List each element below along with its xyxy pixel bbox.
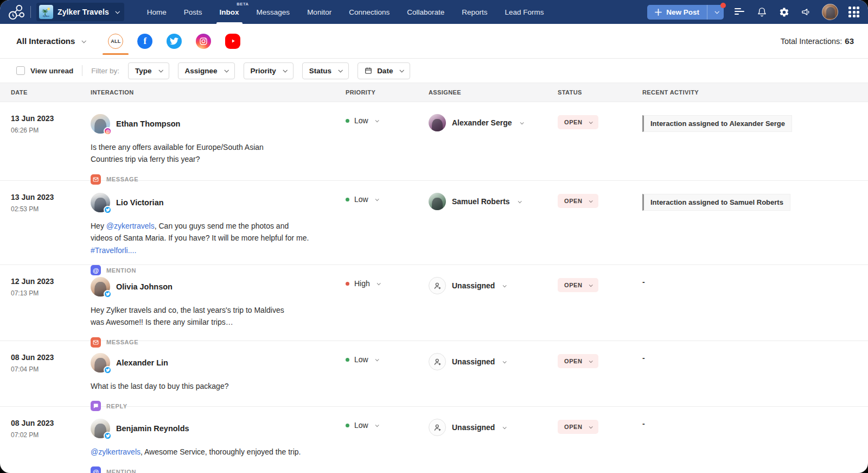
mention-link[interactable]: @zykertravels: [106, 222, 155, 230]
status-value: OPEN: [564, 198, 583, 204]
table-row[interactable]: 13 Jun 2023 02:53 PM Lio Victorian Hey @…: [0, 181, 868, 265]
nav-item-collaborate[interactable]: Collaborate: [398, 0, 453, 24]
priority-dropdown[interactable]: Low: [346, 355, 429, 364]
priority-dot-icon: [346, 198, 349, 201]
interactions-view-selector[interactable]: All Interactions: [16, 36, 85, 46]
status-value: OPEN: [564, 424, 583, 430]
chevron-down-icon: [589, 425, 592, 428]
interaction-date: 08 Jun 2023 07:04 PM: [11, 353, 91, 411]
youtube-icon[interactable]: [225, 34, 240, 49]
navbar-right: New Post: [647, 4, 860, 20]
assignee-name: Unassigned: [452, 423, 495, 432]
nav-item-connections[interactable]: Connections: [340, 0, 398, 24]
status-dropdown[interactable]: OPEN: [558, 278, 598, 292]
priority-filter-dropdown[interactable]: Priority: [244, 62, 293, 79]
chevron-down-icon: [375, 197, 379, 201]
nav-item-inbox[interactable]: Inbox BETA: [211, 0, 248, 24]
chevron-down-icon: [115, 9, 119, 14]
content-feed-icon[interactable]: [733, 5, 746, 18]
settings-gear-icon[interactable]: [777, 5, 790, 18]
assignee-filter-dropdown[interactable]: Assignee: [178, 62, 235, 79]
chevron-down-icon: [503, 425, 507, 429]
nav-item-messages[interactable]: Messages: [248, 0, 299, 24]
status-filter-label: Status: [309, 67, 331, 75]
table-row[interactable]: 08 Jun 2023 07:02 PM Benjamin Reynolds @…: [0, 407, 868, 473]
facebook-icon[interactable]: f: [137, 34, 152, 49]
interaction-cell: Olivia Johnson Hey Zylker travels and co…: [91, 277, 346, 348]
message-text: Hey Zylker travels and co, the last year…: [91, 306, 284, 326]
mention-link[interactable]: @zylkertravels: [91, 447, 141, 456]
total-interactions: Total Interactions:63: [781, 36, 854, 46]
twitter-badge-icon: [104, 206, 112, 214]
date-filter-label: Date: [377, 67, 393, 75]
unassigned-person-add-icon: [429, 419, 446, 436]
nav-item-lead-forms[interactable]: Lead Forms: [496, 0, 553, 24]
assignee-dropdown[interactable]: Unassigned: [429, 277, 558, 294]
brand-logo-icon: Zylker: [39, 5, 53, 19]
priority-dropdown[interactable]: Low: [346, 195, 429, 204]
interaction-type: MESSAGE: [91, 174, 346, 185]
nav-item-reports[interactable]: Reports: [453, 0, 496, 24]
column-header-interaction: INTERACTION: [91, 89, 346, 96]
author-name: Alexander Lin: [116, 358, 168, 367]
table-row[interactable]: 12 Jun 2023 07:13 PM Olivia Johnson Hey …: [0, 265, 868, 341]
table-row[interactable]: 08 Jun 2023 07:04 PM Alexander Lin What …: [0, 341, 868, 407]
interaction-cell: Lio Victorian Hey @zykertravels, Can you…: [91, 193, 346, 275]
view-unread-checkbox[interactable]: [16, 66, 25, 75]
status-dropdown[interactable]: OPEN: [558, 194, 598, 208]
interaction-date: 12 Jun 2023 07:13 PM: [11, 277, 91, 348]
chevron-down-icon: [400, 68, 404, 72]
beta-badge: BETA: [237, 2, 248, 7]
type-filter-dropdown[interactable]: Type: [128, 62, 169, 79]
chevron-down-icon: [589, 283, 592, 287]
zoho-social-logo-icon[interactable]: [7, 3, 25, 21]
notifications-bell-icon[interactable]: [755, 5, 768, 18]
channel-filter-all[interactable]: ALL: [108, 34, 123, 49]
status-cell: OPEN: [558, 114, 642, 129]
apps-grid-icon[interactable]: [847, 5, 860, 18]
date-filter-dropdown[interactable]: Date: [358, 62, 410, 79]
filter-by-label: Filter by:: [91, 67, 119, 75]
twitter-icon[interactable]: [167, 34, 182, 49]
nav-item-home[interactable]: Home: [138, 0, 175, 24]
status-filter-dropdown[interactable]: Status: [302, 62, 349, 79]
recent-activity-text: Interaction assigned to Alexander Serge: [642, 115, 792, 132]
new-post-split-button: New Post: [647, 5, 724, 20]
column-header-status: STATUS: [558, 89, 642, 96]
priority-dropdown[interactable]: High: [346, 279, 429, 288]
priority-value: High: [354, 279, 370, 288]
column-header-date: DATE: [11, 89, 91, 96]
priority-value: Low: [354, 421, 368, 430]
priority-dropdown[interactable]: Low: [346, 421, 429, 430]
message-type-icon: [91, 174, 101, 185]
new-post-button[interactable]: New Post: [647, 5, 707, 20]
brand-selector[interactable]: Zylker Zylker Travels: [36, 3, 124, 21]
status-dropdown[interactable]: OPEN: [558, 115, 598, 129]
nav-item-monitor[interactable]: Monitor: [298, 0, 340, 24]
author: Olivia Johnson: [91, 277, 346, 297]
status-value: OPEN: [564, 282, 583, 288]
page-title: All Interactions: [16, 36, 75, 46]
status-dropdown[interactable]: OPEN: [558, 354, 598, 368]
author: Alexander Lin: [91, 353, 346, 373]
assignee-name: Samuel Roberts: [452, 197, 510, 206]
hashtag-link[interactable]: #Travelforli....: [91, 244, 310, 256]
chevron-down-icon: [520, 121, 524, 124]
status-dropdown[interactable]: OPEN: [558, 420, 598, 434]
unassigned-person-add-icon: [429, 277, 446, 294]
assignee-dropdown[interactable]: Unassigned: [429, 419, 558, 436]
assignee-dropdown[interactable]: Samuel Roberts: [429, 193, 558, 210]
priority-dropdown[interactable]: Low: [346, 116, 429, 125]
assignee-dropdown[interactable]: Alexander Serge: [429, 114, 558, 131]
author: Benjamin Reynolds: [91, 419, 346, 438]
nav-item-posts[interactable]: Posts: [175, 0, 211, 24]
chevron-down-icon: [158, 68, 163, 72]
announcements-megaphone-icon[interactable]: [800, 5, 813, 18]
assignee-dropdown[interactable]: Unassigned: [429, 353, 558, 370]
table-row[interactable]: 13 Jun 2023 06:26 PM Ethan Thompson Is t…: [0, 102, 868, 181]
total-interactions-label: Total Interactions:: [781, 37, 843, 46]
total-interactions-value: 63: [845, 36, 854, 46]
user-avatar[interactable]: [822, 4, 838, 20]
instagram-icon[interactable]: [196, 34, 211, 49]
status-cell: OPEN: [558, 277, 642, 292]
